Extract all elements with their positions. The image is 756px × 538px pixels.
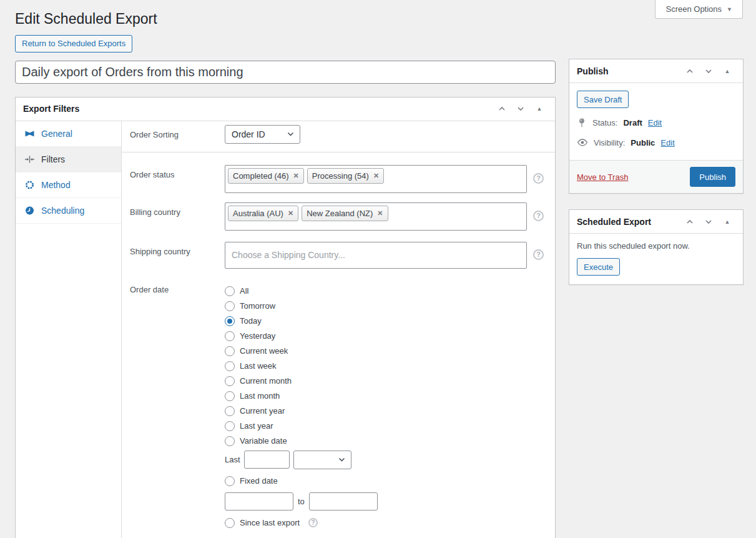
visibility-label: Visibility: bbox=[594, 138, 625, 147]
tab-filters[interactable]: Filters bbox=[16, 147, 121, 172]
edit-visibility-link[interactable]: Edit bbox=[660, 138, 674, 147]
radio-option[interactable]: Last month bbox=[225, 389, 378, 404]
radio-icon[interactable] bbox=[225, 391, 235, 401]
selected-tag: Processing (54) ✕ bbox=[307, 168, 384, 184]
help-icon[interactable]: ? bbox=[533, 249, 544, 260]
radio-icon[interactable] bbox=[225, 301, 235, 311]
fixed-date-to-input[interactable] bbox=[309, 492, 378, 511]
radio-icon[interactable] bbox=[225, 316, 235, 326]
radio-icon[interactable] bbox=[225, 406, 235, 416]
remove-tag-icon[interactable]: ✕ bbox=[377, 210, 383, 217]
radio-option[interactable]: Variable date bbox=[225, 434, 378, 449]
billing-country-row: Billing country Australia (AU) ✕ New Zea… bbox=[122, 202, 555, 231]
gear-icon bbox=[24, 180, 35, 190]
save-draft-button[interactable]: Save Draft bbox=[577, 91, 629, 108]
tag-label: Australia (AU) bbox=[233, 209, 283, 218]
return-to-scheduled-exports-button[interactable]: Return to Scheduled Exports bbox=[15, 35, 132, 52]
fixed-date-from-input[interactable] bbox=[225, 492, 293, 511]
radio-icon[interactable] bbox=[225, 331, 235, 341]
radio-option[interactable]: Tomorrow bbox=[225, 299, 378, 314]
radio-option[interactable]: Fixed date bbox=[225, 474, 378, 489]
remove-tag-icon[interactable]: ✕ bbox=[288, 210, 293, 217]
radio-icon[interactable] bbox=[225, 518, 235, 528]
move-up-icon[interactable] bbox=[494, 101, 510, 116]
move-down-icon[interactable] bbox=[700, 214, 717, 229]
field-label: Billing country bbox=[130, 202, 225, 231]
shipping-country-row: Shipping country Choose a Shipping Count… bbox=[122, 242, 555, 269]
tag-label: Processing (54) bbox=[312, 171, 369, 181]
visibility-value: Public bbox=[631, 138, 655, 147]
tab-method[interactable]: Method bbox=[16, 172, 121, 198]
selected-tag: Completed (46) ✕ bbox=[228, 168, 304, 184]
status-pin-icon bbox=[577, 117, 587, 128]
scheduled-export-metabox: Scheduled Export ▲ Run this scheduled ex… bbox=[569, 209, 744, 285]
export-title-input[interactable] bbox=[15, 61, 556, 84]
screen-options-button[interactable]: Screen Options ▼ bbox=[655, 0, 743, 19]
order-sorting-row: Order Sorting Order ID bbox=[122, 121, 555, 152]
shipping-country-multiselect[interactable]: Choose a Shipping Country... bbox=[225, 242, 527, 269]
radio-icon[interactable] bbox=[225, 286, 235, 296]
export-filters-header: Export Filters ▲ bbox=[16, 97, 555, 121]
main-column: Edit Scheduled Export Return to Schedule… bbox=[15, 0, 556, 538]
export-filters-metabox: Export Filters ▲ Gene bbox=[15, 97, 556, 538]
radio-option[interactable]: Since last export ? bbox=[225, 516, 378, 531]
radio-icon[interactable] bbox=[225, 376, 235, 386]
order-date-options: All Tomorrow Today Yesterday bbox=[225, 284, 378, 531]
chevron-down-icon bbox=[338, 457, 345, 462]
variable-amount-input[interactable] bbox=[244, 451, 290, 469]
radio-option[interactable]: Current month bbox=[225, 374, 378, 389]
help-icon[interactable]: ? bbox=[308, 518, 318, 527]
move-up-icon[interactable] bbox=[682, 64, 698, 79]
tab-general[interactable]: General bbox=[16, 121, 121, 147]
edit-status-link[interactable]: Edit bbox=[648, 118, 662, 127]
help-icon[interactable]: ? bbox=[533, 211, 544, 221]
toggle-panel-icon[interactable]: ▲ bbox=[719, 64, 735, 79]
radio-icon[interactable] bbox=[225, 361, 235, 371]
variable-date-inputs: Last bbox=[225, 451, 378, 469]
radio-option[interactable]: Yesterday bbox=[225, 329, 378, 344]
radio-option[interactable]: Last year bbox=[225, 419, 378, 434]
order-status-multiselect[interactable]: Completed (46) ✕ Processing (54) ✕ bbox=[225, 165, 527, 193]
tag-label: Completed (46) bbox=[233, 171, 289, 181]
variable-unit-select[interactable] bbox=[293, 451, 351, 469]
order-sorting-select[interactable]: Order ID bbox=[225, 125, 300, 144]
publish-button[interactable]: Publish bbox=[690, 167, 735, 187]
order-status-row: Order status Completed (46) ✕ Processing… bbox=[122, 165, 555, 193]
move-down-icon[interactable] bbox=[700, 64, 717, 79]
help-icon[interactable]: ? bbox=[533, 173, 544, 184]
tab-label: Filters bbox=[41, 154, 65, 164]
toggle-panel-icon[interactable]: ▲ bbox=[719, 214, 735, 229]
order-date-row: Order date All Tomorrow Today bbox=[122, 284, 555, 531]
publish-header: Publish ▲ bbox=[569, 59, 743, 83]
tag-label: New Zealand (NZ) bbox=[307, 209, 373, 218]
move-up-icon[interactable] bbox=[682, 214, 698, 229]
move-down-icon[interactable] bbox=[513, 101, 529, 116]
radio-icon[interactable] bbox=[225, 421, 235, 431]
page-title: Edit Scheduled Export bbox=[15, 0, 556, 35]
field-label: Order date bbox=[130, 284, 225, 531]
execute-button[interactable]: Execute bbox=[577, 258, 620, 276]
remove-tag-icon[interactable]: ✕ bbox=[293, 172, 299, 179]
move-to-trash-link[interactable]: Move to Trash bbox=[577, 172, 628, 182]
tab-label: Scheduling bbox=[41, 206, 84, 216]
radio-option[interactable]: Last week bbox=[225, 359, 378, 374]
ticket-icon bbox=[24, 129, 35, 139]
radio-icon[interactable] bbox=[225, 436, 235, 446]
radio-option[interactable]: Current week bbox=[225, 344, 378, 359]
side-column: Publish ▲ Save Draft bbox=[569, 59, 744, 301]
status-value: Draft bbox=[623, 118, 642, 127]
publish-metabox: Publish ▲ Save Draft bbox=[569, 59, 744, 194]
variable-prefix-label: Last bbox=[225, 455, 240, 464]
remove-tag-icon[interactable]: ✕ bbox=[373, 172, 379, 179]
tab-scheduling[interactable]: Scheduling bbox=[16, 198, 121, 224]
radio-option[interactable]: Today bbox=[225, 314, 378, 329]
status-row: Status: Draft Edit bbox=[577, 117, 735, 128]
radio-option[interactable]: Current year bbox=[225, 404, 378, 419]
field-label: Shipping country bbox=[130, 242, 225, 269]
toggle-panel-icon[interactable]: ▲ bbox=[531, 101, 547, 116]
radio-option[interactable]: All bbox=[225, 284, 378, 299]
radio-icon[interactable] bbox=[225, 476, 235, 486]
scheduled-export-description: Run this scheduled export now. bbox=[577, 241, 735, 251]
billing-country-multiselect[interactable]: Australia (AU) ✕ New Zealand (NZ) ✕ bbox=[225, 202, 527, 231]
radio-icon[interactable] bbox=[225, 346, 235, 356]
